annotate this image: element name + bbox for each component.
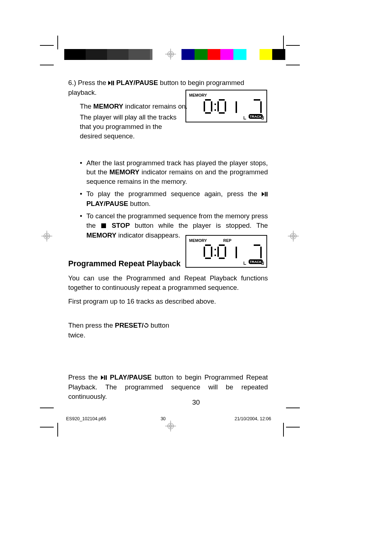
play-pause-icon xyxy=(108,78,114,88)
svg-rect-24 xyxy=(101,223,106,228)
svg-rect-30 xyxy=(106,375,107,380)
footer-metadata: ES920_102104.p65 30 21/10/2004, 12:06 xyxy=(66,416,271,422)
registration-mark-left xyxy=(41,231,52,242)
b2-play: PLAY/PAUSE xyxy=(86,200,128,207)
bullet-list: • After the last programmed track has pl… xyxy=(68,158,268,240)
lcd-display-1: MEMORY TRACK xyxy=(185,90,267,122)
lcd2-rep: REP xyxy=(223,238,232,243)
preset-line: Then press the PRESET/ button twice. xyxy=(68,321,181,340)
svg-rect-17 xyxy=(111,81,113,85)
preset-word: PRESET/ xyxy=(115,321,144,329)
lcd1-memory: MEMORY xyxy=(189,93,207,98)
svg-rect-18 xyxy=(113,81,114,85)
section-para1: You can use the Programmed and Repeat Pl… xyxy=(68,274,268,292)
step6-line2a: The xyxy=(80,102,93,110)
footer-file: ES920_102104.p65 xyxy=(66,416,106,422)
svg-rect-19 xyxy=(215,104,216,105)
page-content: 6.) Press the PLAY/PAUSE button to begin… xyxy=(68,78,268,405)
svg-rect-23 xyxy=(266,192,268,197)
fp-a: Press the xyxy=(68,373,101,381)
b3-stop: STOP xyxy=(112,222,130,229)
play-pause-icon-3 xyxy=(101,373,107,382)
b3c: indicator disappears. xyxy=(117,231,180,239)
step6-line3: The player will play all the tracks that… xyxy=(68,113,177,141)
svg-rect-26 xyxy=(215,249,216,250)
svg-marker-25 xyxy=(145,323,146,325)
b2b: button. xyxy=(128,200,151,207)
section-para2: First program up to 16 tracks as describ… xyxy=(68,297,268,306)
play-pause-label: PLAY/PAUSE xyxy=(116,79,158,86)
preset-a: Then press the xyxy=(68,321,115,329)
play-pause-icon-2 xyxy=(262,190,268,199)
registration-mark-right xyxy=(288,231,299,242)
stop-icon xyxy=(101,221,107,231)
step6-prefix: 6.) Press the xyxy=(68,79,108,86)
lcd-display-2: MEMORY REP TRACK xyxy=(185,235,267,268)
page-number: 30 xyxy=(0,398,392,408)
b1-memory: MEMORY xyxy=(110,168,140,176)
final-para: Press the PLAY/PAUSE button to begin Pro… xyxy=(68,373,268,401)
color-bars xyxy=(181,49,285,60)
svg-marker-21 xyxy=(262,192,265,197)
svg-rect-29 xyxy=(104,375,105,380)
step6-line2b: indicator remains on. xyxy=(123,102,188,110)
footer-date: 21/10/2004, 12:06 xyxy=(234,416,271,422)
svg-marker-28 xyxy=(101,375,104,380)
memory-word: MEMORY xyxy=(93,102,123,110)
fp-play: PLAY/PAUSE xyxy=(110,373,152,381)
b3-memory: MEMORY xyxy=(86,231,117,239)
bullet-1: • After the last programmed track has pl… xyxy=(80,158,268,187)
b3b: button while the player is stopped. The xyxy=(130,222,268,229)
repeat-icon xyxy=(144,321,149,331)
b2a: To play the programmed sequence again, p… xyxy=(86,190,262,198)
footer-page: 30 xyxy=(160,416,180,422)
bullet-2: • To play the programmed sequence again,… xyxy=(80,189,268,208)
svg-rect-20 xyxy=(215,109,216,111)
lcd2-memory: MEMORY xyxy=(189,238,207,243)
svg-marker-16 xyxy=(108,81,111,85)
svg-rect-27 xyxy=(215,255,216,256)
svg-rect-22 xyxy=(265,192,266,197)
registration-mark-bottom xyxy=(165,421,176,432)
registration-mark-top xyxy=(165,49,176,60)
